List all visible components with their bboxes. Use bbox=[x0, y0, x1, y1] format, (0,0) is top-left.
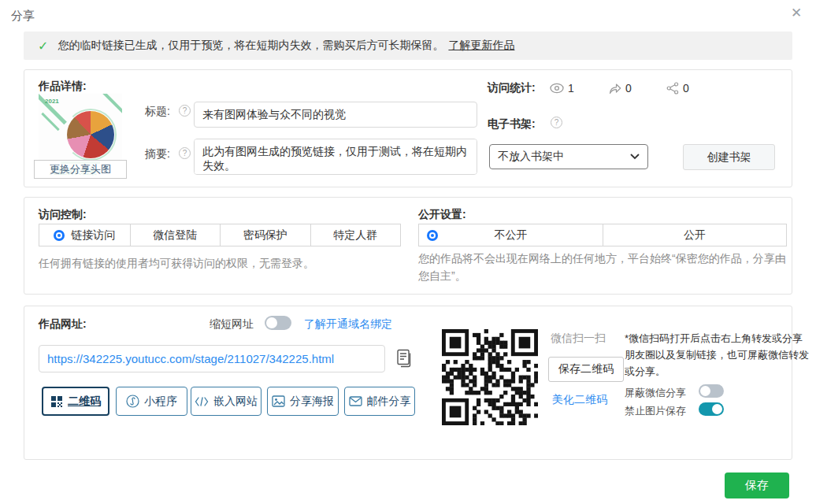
shorten-label: 缩短网址 bbox=[210, 317, 254, 332]
wechat-scan-label: 微信扫一扫 bbox=[551, 332, 606, 346]
bookshelf-heading: 电子书架: bbox=[488, 117, 536, 132]
publish-description: 您的作品将不会出现在网络上的任何地方，平台始终“保密您的作品，分享由您自主”。 bbox=[418, 250, 796, 284]
summary-label: 摘要: bbox=[145, 147, 170, 161]
close-icon[interactable]: ✕ bbox=[791, 6, 802, 20]
views-count: 1 bbox=[568, 82, 574, 94]
block-wechat-label: 屏蔽微信分享 bbox=[625, 386, 686, 400]
bookshelf-select[interactable]: 不放入书架中 bbox=[489, 144, 648, 169]
title-label: 标题: bbox=[145, 105, 170, 119]
forwards-stat: 0 bbox=[609, 82, 632, 94]
mail-icon bbox=[349, 396, 362, 406]
shorten-toggle[interactable] bbox=[265, 316, 291, 330]
share-button-label: 二维码 bbox=[68, 395, 101, 409]
share-button-label: 嵌入网站 bbox=[213, 395, 258, 409]
embed-site-button[interactable]: 嵌入网站 bbox=[191, 387, 261, 416]
qr-code-image bbox=[442, 329, 538, 425]
forbid-save-label: 禁止图片保存 bbox=[625, 404, 686, 418]
learn-update-link[interactable]: 了解更新作品 bbox=[448, 39, 514, 53]
dialog-title: 分享 bbox=[11, 9, 35, 24]
access-panel: 访问控制: 链接访问 微信登陆 密码保护 特定人群 任何拥有链接的使用者均可获得… bbox=[24, 197, 792, 295]
tab-link-access[interactable]: 链接访问 bbox=[39, 224, 130, 246]
tab-label: 链接访问 bbox=[71, 228, 115, 243]
share-button-label: 分享海报 bbox=[290, 395, 334, 409]
check-icon: ✓ bbox=[38, 39, 48, 54]
tab-label: 特定人群 bbox=[333, 228, 377, 243]
tab-label: 不公开 bbox=[495, 228, 528, 243]
embed-code-icon bbox=[195, 396, 209, 407]
details-heading: 作品详情: bbox=[39, 80, 87, 94]
summary-textarea[interactable] bbox=[194, 139, 477, 175]
eye-icon bbox=[550, 83, 564, 94]
thumb-stripe bbox=[102, 94, 122, 116]
beautify-qr-link[interactable]: 美化二维码 bbox=[552, 393, 607, 407]
publish-tabs: 不公开 公开 bbox=[418, 224, 787, 246]
url-heading: 作品网址: bbox=[39, 317, 87, 332]
thumb-year: 2021 bbox=[45, 98, 59, 105]
share-url-panel: 作品网址: 缩短网址 了解开通域名绑定 二维码 小程序 bbox=[24, 306, 792, 460]
mail-share-button[interactable]: 邮件分享 bbox=[344, 387, 415, 416]
forward-arrow-icon bbox=[609, 83, 621, 94]
share-nodes-icon bbox=[666, 82, 679, 94]
summary-help-icon[interactable]: ? bbox=[179, 147, 191, 159]
miniprogram-button[interactable]: 小程序 bbox=[116, 387, 187, 416]
bookshelf-help-icon[interactable]: ? bbox=[551, 117, 562, 128]
qrcode-button[interactable]: 二维码 bbox=[42, 387, 109, 416]
tab-password-protect[interactable]: 密码保护 bbox=[220, 224, 310, 246]
change-thumbnail-button[interactable]: 更换分享头图 bbox=[34, 160, 127, 179]
notice-text: 您的临时链接已生成，仅用于预览，将在短期内失效，需购买后方可长期保留。 bbox=[57, 39, 443, 53]
tab-private[interactable]: 不公开 bbox=[419, 224, 603, 246]
tab-label: 微信登陆 bbox=[153, 228, 197, 243]
title-help-icon[interactable]: ? bbox=[179, 105, 191, 117]
views-stat: 1 bbox=[550, 82, 574, 94]
tab-label: 密码保护 bbox=[243, 228, 287, 243]
tab-public[interactable]: 公开 bbox=[603, 224, 786, 246]
bookshelf-selected-option: 不放入书架中 bbox=[498, 150, 564, 164]
save-button[interactable]: 保存 bbox=[725, 472, 789, 498]
domain-binding-link[interactable]: 了解开通域名绑定 bbox=[304, 317, 392, 332]
radio-selected-icon bbox=[427, 230, 438, 241]
poster-image-icon bbox=[272, 395, 285, 407]
share-poster-button[interactable]: 分享海报 bbox=[267, 387, 339, 416]
publish-heading: 公开设置: bbox=[418, 208, 466, 222]
access-tabs: 链接访问 微信登陆 密码保护 特定人群 bbox=[39, 224, 401, 246]
miniprogram-icon bbox=[126, 395, 139, 408]
tab-specific-people[interactable]: 特定人群 bbox=[310, 224, 401, 246]
save-qr-button[interactable]: 保存二维码 bbox=[548, 357, 624, 382]
thumb-photo-collage bbox=[67, 111, 114, 158]
shares-count: 0 bbox=[683, 82, 689, 94]
work-details-panel: 作品详情: 2021 儿童成长档案 更换分享头图 标题: ? 摘要: ? 访问统… bbox=[24, 69, 792, 187]
chevron-down-icon bbox=[630, 154, 640, 160]
forbid-save-toggle[interactable] bbox=[699, 402, 724, 416]
block-wechat-toggle[interactable] bbox=[699, 384, 724, 398]
qr-tip-text: *微信扫码打开后点击右上角转发或分享朋友圈以及复制链接，也可屏蔽微信转发或分享。 bbox=[625, 330, 812, 380]
create-bookshelf-button[interactable]: 创建书架 bbox=[683, 144, 775, 170]
radio-selected-icon bbox=[54, 230, 65, 241]
share-button-label: 小程序 bbox=[144, 395, 177, 409]
share-button-label: 邮件分享 bbox=[367, 395, 411, 409]
access-heading: 访问控制: bbox=[39, 208, 87, 222]
stats-heading: 访问统计: bbox=[488, 81, 536, 95]
access-description: 任何拥有链接的使用者均可获得访问的权限，无需登录。 bbox=[39, 254, 314, 272]
qrcode-icon bbox=[50, 395, 63, 408]
notice-bar: ✓ 您的临时链接已生成，仅用于预览，将在短期内失效，需购买后方可长期保留。 了解… bbox=[24, 32, 792, 60]
shares-stat: 0 bbox=[666, 82, 689, 94]
tab-wechat-login[interactable]: 微信登陆 bbox=[130, 224, 221, 246]
tab-label: 公开 bbox=[684, 228, 706, 243]
title-input[interactable] bbox=[194, 102, 477, 128]
forwards-count: 0 bbox=[625, 82, 632, 94]
copy-icon[interactable] bbox=[396, 349, 414, 369]
share-dialog: 分享 ✕ ✓ 您的临时链接已生成，仅用于预览，将在短期内失效，需购买后方可长期保… bbox=[0, 0, 816, 504]
work-url-input[interactable] bbox=[39, 345, 385, 372]
